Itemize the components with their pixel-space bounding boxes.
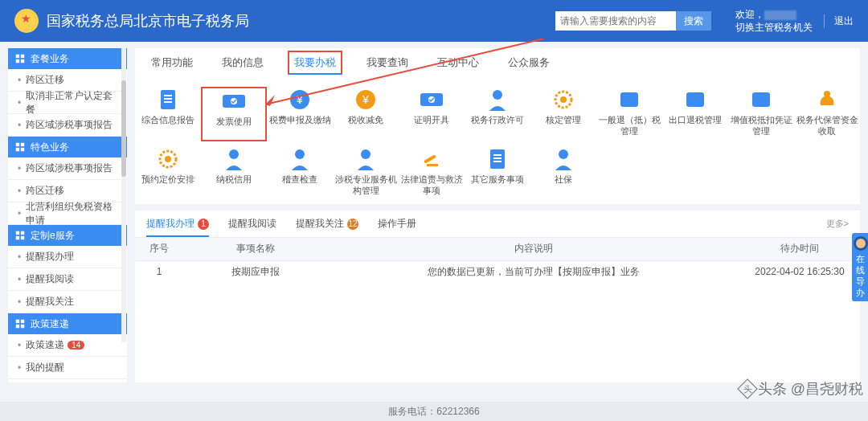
- grid-item-icon: [549, 148, 578, 170]
- grid-item[interactable]: ¥税收减免: [333, 87, 399, 141]
- grid-item[interactable]: 纳税信用: [201, 146, 267, 198]
- sidebar-item[interactable]: 取消非正常户认定套餐: [8, 92, 127, 114]
- online-helper-widget[interactable]: 在线导办: [852, 233, 868, 301]
- sidebar-item[interactable]: 我的待办: [8, 379, 127, 382]
- sidebar-item[interactable]: 跨区域涉税事项报告: [8, 157, 127, 180]
- svg-rect-2: [16, 59, 19, 63]
- grid-item-icon: [549, 88, 578, 111]
- section-icon: [14, 141, 26, 153]
- svg-rect-4: [16, 143, 19, 146]
- helper-avatar-icon: [854, 236, 868, 251]
- username-blurred: [764, 10, 796, 20]
- more-link[interactable]: 更多>: [826, 218, 849, 230]
- main-tab[interactable]: 我要查询: [362, 52, 413, 73]
- main-tab[interactable]: 我的信息: [217, 52, 268, 73]
- table-cell: 您的数据已更新，当前可办理【按期应申报】业务: [328, 260, 739, 283]
- svg-point-30: [560, 96, 567, 103]
- watermark-text: 头条 @昌尧财税: [758, 379, 863, 399]
- logout-link[interactable]: 退出: [824, 14, 854, 28]
- svg-point-38: [295, 149, 305, 159]
- grid-item-label: 证明开具: [399, 114, 465, 137]
- sidebar-section-header[interactable]: 政策速递: [8, 313, 127, 334]
- panel-tab[interactable]: 操作手册: [378, 217, 416, 231]
- grid-item[interactable]: 税务代保管资金收取: [794, 87, 860, 141]
- grid-item[interactable]: 出口退税管理: [662, 87, 728, 141]
- svg-rect-11: [21, 236, 24, 239]
- sidebar-section-header[interactable]: 套餐业务: [8, 48, 127, 69]
- grid-item-icon: [681, 88, 710, 111]
- grid-item-label: 一般退（抵）税管理: [596, 114, 662, 137]
- grid-item[interactable]: 一般退（抵）税管理: [596, 87, 662, 141]
- grid-item[interactable]: 证明开具: [399, 87, 465, 141]
- panel-tab[interactable]: 提醒我办理1: [146, 217, 209, 237]
- grid-item[interactable]: 发票使用: [201, 87, 267, 141]
- grid-item[interactable]: 社保: [530, 146, 596, 198]
- sidebar-item[interactable]: 北营利组织免税资格申请: [8, 202, 127, 225]
- grid-item[interactable]: 稽查检查: [267, 146, 333, 198]
- main-tab[interactable]: 常用功能: [146, 52, 198, 73]
- section-icon: [14, 53, 26, 64]
- svg-point-37: [229, 149, 239, 159]
- main-tab[interactable]: 互动中心: [432, 52, 484, 73]
- svg-rect-45: [493, 161, 502, 162]
- svg-point-39: [361, 149, 371, 159]
- content-area: 常用功能我的信息我要办税我要查询互动中心公众服务 综合信息报告发票使用¥税费申报…: [135, 48, 860, 382]
- table-cell: 2022-04-02 16:25:30: [739, 260, 860, 283]
- table-row[interactable]: 1按期应申报您的数据已更新，当前可办理【按期应申报】业务2022-04-02 1…: [135, 260, 860, 283]
- grid-item-icon: ¥: [351, 88, 380, 111]
- grid-item-label: 纳税信用: [201, 174, 267, 196]
- grid-item[interactable]: 法律追责与救济事项: [399, 146, 465, 198]
- grid-item[interactable]: 税务行政许可: [465, 87, 530, 141]
- panel-tab[interactable]: 提醒我关注12: [296, 217, 358, 231]
- sidebar-item[interactable]: 提醒我阅读: [8, 268, 127, 291]
- svg-rect-1: [21, 55, 24, 58]
- svg-rect-7: [21, 148, 24, 151]
- search-input[interactable]: [555, 11, 676, 31]
- svg-rect-33: [752, 92, 770, 107]
- sidebar-item[interactable]: 我的提醒: [8, 357, 127, 379]
- grid-item[interactable]: ¥税费申报及缴纳: [267, 87, 333, 141]
- grid-item-icon: [417, 88, 446, 111]
- grid-item[interactable]: 涉税专业服务机构管理: [333, 146, 399, 198]
- sidebar-section-header[interactable]: 特色业务: [8, 137, 127, 157]
- table-cell: 按期应申报: [183, 260, 328, 283]
- table-header: 内容说明: [328, 238, 739, 260]
- svg-rect-13: [21, 320, 24, 323]
- table-header: 序号: [135, 238, 183, 260]
- grid-item[interactable]: 综合信息报告: [135, 87, 201, 141]
- switch-authority-link[interactable]: 切换主管税务机关: [735, 21, 813, 34]
- sidebar-item[interactable]: 政策速递14: [8, 334, 127, 357]
- grid-item[interactable]: 核定管理: [530, 87, 596, 141]
- sidebar-item[interactable]: 提醒我关注: [8, 291, 127, 313]
- svg-rect-12: [16, 320, 19, 323]
- search-box: 搜索: [555, 11, 711, 31]
- grid-item[interactable]: 其它服务事项: [465, 146, 530, 198]
- grid-item[interactable]: 增值税抵扣凭证管理: [728, 87, 794, 141]
- grid-item-icon: [813, 88, 841, 111]
- sidebar: 套餐业务跨区迁移取消非正常户认定套餐跨区域涉税事项报告特色业务跨区域涉税事项报告…: [8, 48, 127, 382]
- svg-point-28: [493, 90, 502, 100]
- grid-item-icon: ¥: [285, 88, 314, 111]
- main-tab[interactable]: 公众服务: [503, 52, 555, 73]
- sidebar-scrollbar[interactable]: [121, 48, 126, 342]
- logo-icon: [14, 9, 39, 33]
- svg-rect-3: [21, 59, 24, 63]
- main-tab[interactable]: 我要办税: [288, 51, 342, 75]
- svg-rect-31: [620, 92, 638, 107]
- badge: 14: [68, 341, 84, 349]
- watermark-icon: 头: [737, 378, 757, 399]
- grid-item-icon: [154, 88, 182, 111]
- grid-item-label: 其它服务事项: [465, 174, 530, 196]
- grid-item-label: 税务行政许可: [465, 114, 530, 137]
- svg-point-34: [824, 91, 830, 97]
- sidebar-item[interactable]: 跨区域涉税事项报告: [8, 114, 127, 137]
- grid-item[interactable]: 预约定价安排: [135, 146, 201, 198]
- grid-item-icon: [483, 88, 512, 111]
- panel-tab[interactable]: 提醒我阅读: [228, 217, 276, 231]
- site-title: 国家税务总局北京市电子税务局: [47, 11, 249, 31]
- sidebar-section-header[interactable]: 定制e服务: [8, 225, 127, 246]
- sidebar-item[interactable]: 提醒我办理: [8, 246, 127, 268]
- footer: 服务电话：62212366: [0, 402, 868, 421]
- svg-rect-0: [16, 55, 19, 58]
- search-button[interactable]: 搜索: [676, 11, 711, 31]
